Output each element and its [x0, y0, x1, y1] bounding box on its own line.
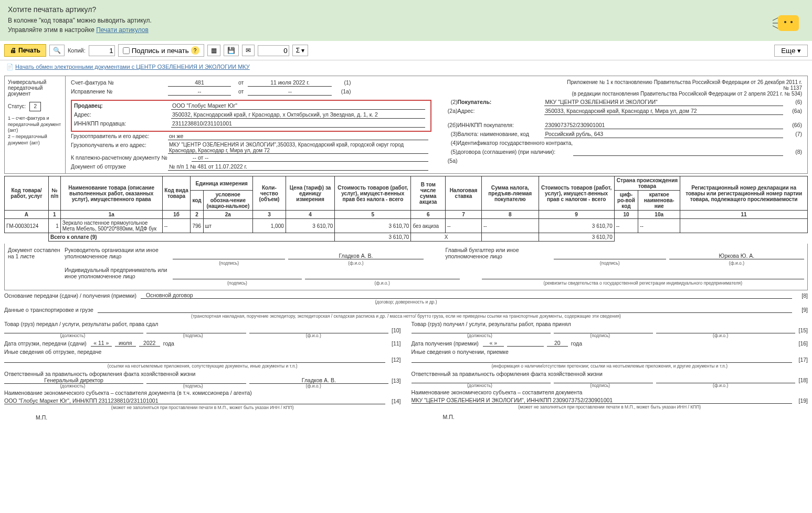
envelope-icon: ✉	[246, 47, 251, 54]
status-value: 2	[29, 102, 41, 111]
printer-icon: 🖨	[10, 47, 16, 54]
linkbar: 📄 Начать обмен электронными документами …	[0, 60, 812, 74]
doc-type-title: Универсальный передаточный документ	[8, 79, 62, 97]
promo-banner: Хотите печатать артикул? В колонке "код …	[0, 0, 812, 41]
svg-rect-0	[778, 15, 799, 31]
status-footnote: 1 – счет-фактура и передаточный документ…	[8, 116, 62, 146]
doc-body: Счет-фактура № 481 от 11 июля 2022 г. (1…	[66, 76, 807, 173]
save-button[interactable]: 💾	[224, 45, 239, 56]
magnifier-icon: 🔍	[53, 47, 61, 54]
svg-point-2	[790, 21, 793, 23]
copies-label: Копий:	[68, 47, 86, 54]
floppy-icon: 💾	[227, 47, 235, 54]
mascot-icon	[773, 7, 804, 34]
preview-button[interactable]: 🔍	[49, 45, 65, 56]
number-input[interactable]	[258, 45, 289, 56]
sum-button[interactable]: Σ ▾	[292, 45, 309, 56]
doc-left-column: Универсальный передаточный документ Стат…	[5, 76, 66, 173]
table-row: ГМ-00030124 1 Зеркало настенное прямоуго…	[5, 219, 808, 233]
more-button[interactable]: Еще ▾	[774, 45, 808, 57]
svg-point-1	[784, 21, 786, 23]
sign-button[interactable]: Подпись и печать ?	[118, 44, 204, 57]
banner-title: Хотите печатать артикул?	[8, 5, 152, 14]
items-table: Код товара/ работ, услуг № п/п Наименова…	[4, 176, 808, 242]
print-button[interactable]: 🖨 Печать	[4, 44, 46, 57]
banner-settings-link[interactable]: Печати артикулов	[96, 26, 149, 34]
seller-highlight-box: Продавец: ООО "Глобус Маркет Юг" Адрес: …	[71, 100, 431, 132]
table-total-row: Всего к оплате (9) 3 610,70 X 3 610,70	[5, 233, 808, 242]
status-label: Статус:	[8, 103, 26, 109]
copies-input[interactable]	[89, 45, 115, 56]
sign-checkbox[interactable]	[123, 47, 130, 54]
exchange-icon: 📄	[6, 64, 15, 70]
email-button[interactable]: ✉	[242, 45, 255, 56]
toolbar: 🖨 Печать 🔍 Копий: Подпись и печать ? ▦ 💾…	[0, 41, 812, 60]
table-icon: ▦	[211, 47, 217, 54]
banner-line1: В колонке "код товара" можно выводить ар…	[8, 17, 152, 24]
document-footer: Документ составлен на 1 листе Руководите…	[4, 244, 808, 421]
help-icon: ?	[191, 46, 199, 55]
excel-button[interactable]: ▦	[207, 45, 220, 56]
exchange-link[interactable]: Начать обмен электронными документами с …	[15, 64, 250, 70]
document: Универсальный передаточный документ Стат…	[4, 76, 808, 174]
